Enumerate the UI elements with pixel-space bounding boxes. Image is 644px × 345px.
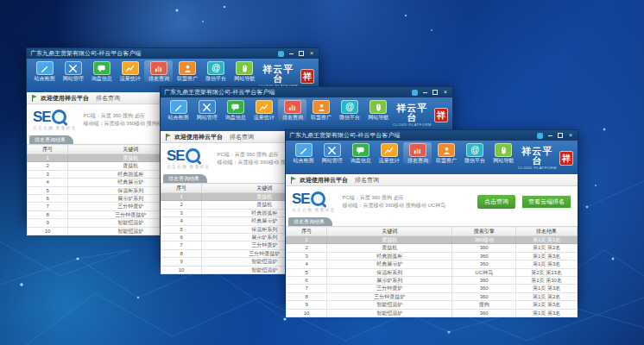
cell-serial: 3 xyxy=(161,209,202,216)
main-toolbar: 站点检测 网站管理 询盘信息 流量统计 xyxy=(286,141,578,174)
results-tab[interactable]: 排名查询结果 xyxy=(288,217,332,226)
minimize-button[interactable] xyxy=(421,89,428,96)
toolbar-label: 联盟推广 xyxy=(173,76,201,82)
toolbar-item-promotion[interactable]: 联盟推广 xyxy=(173,60,201,82)
table-row[interactable]: 5 保温柜系列 UC神马 第2页 第13名 xyxy=(287,268,578,276)
flag-icon xyxy=(166,134,171,141)
table-row[interactable]: 4 经典展示炉 360 第1页 第3名 xyxy=(287,260,578,268)
toolbar-item-traffic[interactable]: 流量统计 xyxy=(249,99,278,121)
section-title: 排名查询 xyxy=(355,176,379,185)
title-bar: 广东九鼎王货架有限公司-祥云平台客户端 × xyxy=(161,87,452,97)
cell-serial: 9 xyxy=(287,301,327,309)
cell-serial: 5 xyxy=(287,268,327,276)
flag-icon xyxy=(291,177,296,184)
toolbar-item-site-manage[interactable]: 网站管理 xyxy=(318,142,346,164)
toolbar-label: 微信平台 xyxy=(202,76,230,82)
mobile-engines-line: 移动端：百度移动 360移动 搜狗移动 UC神马 xyxy=(342,202,445,210)
table-row[interactable]: 6 展示炉系列 360 第1页 第30名 xyxy=(287,277,578,285)
chat-icon xyxy=(352,143,369,157)
toolbar-item-ranking[interactable]: 排名查询 xyxy=(144,60,173,82)
toolbar-item-promotion[interactable]: 联盟推广 xyxy=(306,99,335,121)
results-tab[interactable]: 排名查询结果 xyxy=(29,135,73,144)
feedback-icon[interactable] xyxy=(278,51,284,57)
seo-tagline: 点击右侧 查看排名 xyxy=(167,164,210,169)
table-row[interactable]: 7 三分钟蛋炉 360 第1页 第3名 xyxy=(287,285,578,292)
brand-subtitle: CLOUD PLATFORM xyxy=(518,166,557,170)
feedback-icon[interactable] xyxy=(412,90,418,96)
toolbar-item-promotion[interactable]: 联盟推广 xyxy=(432,142,460,164)
toolbar-label: 流量统计 xyxy=(116,76,144,82)
toolbar-item-site-check[interactable]: 站点检测 xyxy=(164,99,193,121)
toolbar-item-site-manage[interactable]: 网站管理 xyxy=(59,60,87,82)
toolbar-item-inquiry[interactable]: 询盘信息 xyxy=(346,142,375,164)
toolbar-item-ranking[interactable]: 排名查询 xyxy=(403,142,432,164)
toolbar-item-wechat[interactable]: @ 微信平台 xyxy=(336,99,364,121)
cell-serial: 7 xyxy=(28,203,68,210)
toolbar-item-ranking[interactable]: 排名查询 xyxy=(278,99,306,121)
toolbar-item-wechat[interactable]: @ 微信平台 xyxy=(461,142,489,164)
toolbar-item-traffic[interactable]: 流量统计 xyxy=(116,60,144,82)
title-bar: 广东九鼎王货架有限公司-祥云平台客户端 × xyxy=(27,48,319,59)
seo-tagline: 点击右侧 查看排名 xyxy=(292,207,335,212)
brand-name: 祥云平台 xyxy=(518,147,557,166)
maximize-button[interactable] xyxy=(432,89,439,96)
cell-serial: 3 xyxy=(28,170,68,178)
pen-icon xyxy=(36,61,54,75)
feedback-icon[interactable] xyxy=(537,133,543,139)
toolbar-label: 询盘信息 xyxy=(87,76,116,82)
cell-serial: 5 xyxy=(161,225,202,233)
cell-engine: 360 xyxy=(452,277,516,285)
tools-icon xyxy=(65,61,82,75)
mouse-icon xyxy=(369,100,387,114)
toolbar-item-site-check[interactable]: 站点检测 xyxy=(30,60,59,82)
close-button[interactable]: × xyxy=(567,132,574,139)
brand-seal-icon: 祥 xyxy=(300,69,314,84)
window-title: 广东九鼎王货架有限公司-祥云平台客户端 xyxy=(289,131,537,140)
close-button[interactable]: × xyxy=(308,50,315,57)
cell-engine: 360 xyxy=(452,285,516,292)
at-icon: @ xyxy=(341,100,358,114)
toolbar-item-site-manage[interactable]: 网站管理 xyxy=(193,99,221,121)
window-title: 广东九鼎王货架有限公司-祥云平台客户端 xyxy=(164,88,412,97)
cell-serial: 8 xyxy=(287,292,327,300)
brand-logo: 祥云平台 CLOUD PLATFORM 祥 xyxy=(393,99,448,127)
toolbar-item-site-nav[interactable]: 网站导航 xyxy=(230,60,259,82)
table-row[interactable]: 1 蛋挞机 360移动 第1页 第1名 xyxy=(287,236,578,244)
table-row[interactable]: 9 智能恒温炉 搜狗 第1页 第3名 xyxy=(287,301,578,309)
cell-keyword: 经典圆弧柜 xyxy=(327,252,452,260)
chat-icon xyxy=(227,100,244,114)
toolbar-item-site-nav[interactable]: 网站导航 xyxy=(364,99,393,121)
query-button[interactable]: 点击查询 xyxy=(477,195,515,209)
toolbar-label: 微信平台 xyxy=(461,158,489,164)
toolbar-item-site-check[interactable]: 站点检测 xyxy=(289,142,318,164)
header-keyword: 关键词 xyxy=(327,227,452,236)
toolbar-item-inquiry[interactable]: 询盘信息 xyxy=(87,60,116,82)
cell-rank: 第1页 第1名 xyxy=(516,236,578,244)
maximize-button[interactable] xyxy=(557,132,564,139)
cell-serial: 6 xyxy=(161,234,202,242)
cloud-ranking-button[interactable]: 查看云端排名 xyxy=(521,195,571,209)
window-controls: × xyxy=(278,50,315,57)
toolbar-item-site-nav[interactable]: 网站导航 xyxy=(489,142,518,164)
results-tab[interactable]: 排名查询结果 xyxy=(163,174,207,183)
table-row[interactable]: 10 智能恒温炉 360 第1页 第3名 xyxy=(287,309,578,317)
breadcrumb: 欢迎使用祥云平台 排名查询 xyxy=(286,174,578,186)
pen-icon xyxy=(295,143,313,157)
seo-logo: SE 点击右侧 查看排名 xyxy=(33,110,76,130)
tools-icon xyxy=(199,100,216,114)
minimize-button[interactable] xyxy=(287,50,294,57)
toolbar-item-traffic[interactable]: 流量统计 xyxy=(375,142,403,164)
main-toolbar: 站点检测 网站管理 询盘信息 流量统计 xyxy=(161,97,452,131)
toolbar-item-wechat[interactable]: @ 微信平台 xyxy=(202,60,230,82)
magnifier-icon xyxy=(186,148,200,163)
maximize-button[interactable] xyxy=(298,50,305,57)
toolbar-item-inquiry[interactable]: 询盘信息 xyxy=(221,99,249,121)
cell-rank: 第1页 第2名 xyxy=(516,244,578,252)
magnifier-icon xyxy=(52,110,66,124)
close-button[interactable]: × xyxy=(442,89,449,96)
table-row[interactable]: 8 三分钟蛋挞炉 360 第1页 第2名 xyxy=(287,292,578,300)
table-row[interactable]: 3 经典圆弧柜 360 第1页 第3名 xyxy=(287,252,578,260)
minimize-button[interactable] xyxy=(546,132,553,139)
table-row[interactable]: 2 蛋挞机 360 第1页 第2名 xyxy=(287,244,578,252)
title-bar: 广东九鼎王货架有限公司-祥云平台客户端 × xyxy=(286,130,578,141)
